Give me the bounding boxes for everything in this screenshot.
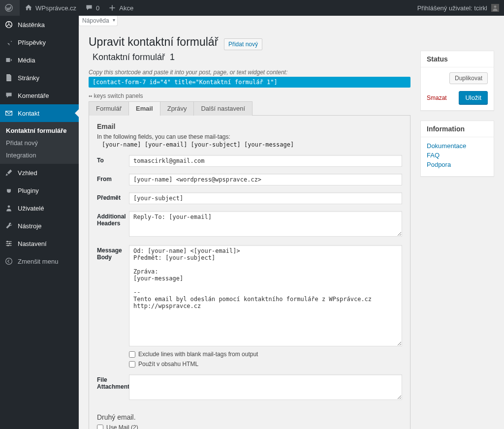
body-input[interactable]	[129, 245, 402, 346]
sidebar-item-label: Kontakt	[18, 110, 39, 117]
sidebar-item-label: Stránky	[18, 74, 39, 82]
dashboard-icon	[4, 20, 14, 30]
page-title: Upravit kontaktní formulář	[89, 31, 218, 51]
panel-tabs: FormulářEmailZprávyDalší nastavení	[89, 101, 410, 116]
subject-input[interactable]	[129, 192, 402, 204]
sidebar-item-label: Pluginy	[18, 187, 39, 194]
mail-tags-hint: In the following fields, you can use the…	[97, 133, 230, 140]
mail-tags-list: [your-name] [your-email] [your-subject] …	[102, 141, 402, 148]
form-title-input[interactable]	[89, 51, 410, 64]
headers-input[interactable]	[129, 211, 402, 237]
svg-point-2	[494, 5, 497, 8]
sidebar-item-label: Nástěnka	[18, 21, 45, 29]
new-content-link[interactable]: Akce	[103, 0, 137, 16]
wp-logo[interactable]	[0, 0, 20, 16]
comments-link[interactable]: 0	[80, 0, 103, 16]
tab-email[interactable]: Email	[128, 101, 160, 116]
info-link[interactable]: Podpora	[427, 161, 488, 168]
comments-count: 0	[96, 4, 99, 12]
email-heading: Email	[97, 123, 402, 130]
sidebar-item-settings[interactable]: Nastavení	[0, 235, 79, 252]
mail2-heading: Druhý email.	[97, 413, 402, 421]
comment-icon	[84, 3, 94, 13]
from-input[interactable]	[129, 174, 402, 185]
email-panel: Email In the following fields, you can u…	[89, 116, 410, 429]
add-new-button[interactable]: Přidat nový	[224, 38, 262, 50]
sidebar-item-tools[interactable]: Nástroje	[0, 217, 79, 235]
tab-zprávy[interactable]: Zprávy	[160, 101, 194, 116]
tab-další-nastavení[interactable]: Další nastavení	[193, 101, 252, 116]
admin-sidebar: NástěnkaPříspěvkyMédiaStránkyKomentářeKo…	[0, 16, 79, 429]
user-icon	[4, 203, 14, 213]
plug-icon	[4, 185, 14, 195]
wordpress-icon	[4, 3, 14, 13]
svg-point-6	[6, 258, 12, 265]
use-html-checkbox[interactable]	[129, 361, 135, 368]
shortcode-display[interactable]: [contact-form-7 id="4" title="Kontaktní …	[89, 77, 410, 88]
submenu-item[interactable]: Integration	[0, 149, 79, 161]
submenu-item[interactable]: Přidat nový	[0, 137, 79, 149]
shortcode-hint: Copy this shortcode and paste it into yo…	[89, 69, 410, 76]
brush-icon	[4, 168, 14, 178]
save-button-side[interactable]: Uložit	[459, 91, 488, 104]
sidebar-item-posts[interactable]: Příspěvky	[0, 33, 79, 51]
headers-label: Additional Headers	[97, 211, 129, 238]
sidebar-item-users[interactable]: Uživatelé	[0, 199, 79, 217]
sidebar-item-dashboard[interactable]: Nástěnka	[0, 16, 79, 33]
new-label: Akce	[119, 4, 133, 12]
sidebar-item-label: Nastavení	[18, 240, 47, 247]
tab-formulář[interactable]: Formulář	[89, 101, 129, 116]
submenu-item[interactable]: Kontaktní formuláře	[0, 124, 79, 137]
body-label: Message Body	[97, 245, 129, 368]
sidebar-item-media[interactable]: Média	[0, 51, 79, 69]
admin-bar: WPsprávce.cz 0 Akce Přihlášený uživatel:…	[0, 0, 504, 16]
information-postbox: Information DokumentaceFAQPodpora	[420, 121, 494, 177]
sidebar-item-appearance[interactable]: Vzhled	[0, 164, 79, 182]
sidebar-item-label: Uživatelé	[18, 205, 44, 212]
attachments-input[interactable]	[129, 374, 402, 400]
panel-switch-hint: ↔ keys switch panels	[89, 92, 410, 99]
sidebar-item-label: Nástroje	[18, 222, 41, 230]
plus-icon	[107, 3, 117, 13]
sidebar-item-pages[interactable]: Stránky	[0, 69, 79, 87]
use-html-label: Použít v obsahu HTML	[138, 361, 198, 368]
media-icon	[4, 55, 14, 65]
to-label: To	[97, 155, 129, 167]
use-mail2-label: Use Mail (2)	[106, 424, 138, 429]
home-icon	[24, 3, 33, 13]
delete-link[interactable]: Smazat	[427, 94, 447, 101]
help-toggle[interactable]: Nápověda	[79, 16, 118, 26]
from-label: From	[97, 174, 129, 185]
attachments-label: File Attachments	[97, 374, 129, 401]
information-title: Information	[421, 121, 494, 137]
info-link[interactable]: FAQ	[427, 152, 488, 159]
svg-point-5	[8, 205, 10, 208]
site-name: WPsprávce.cz	[35, 4, 76, 12]
my-account[interactable]: Přihlášený uživatel: tcirkl	[413, 0, 504, 16]
wrench-icon	[4, 221, 14, 231]
info-link[interactable]: Dokumentace	[427, 142, 488, 150]
collapse-label: Zmenšit menu	[18, 258, 58, 265]
status-postbox: Status Duplikovat Smazat Uložit	[420, 51, 494, 111]
page-icon	[4, 73, 14, 83]
collapse-menu[interactable]: Zmenšit menu	[0, 252, 79, 270]
subject-label: Předmět	[97, 192, 129, 204]
sidebar-item-label: Příspěvky	[18, 39, 46, 46]
to-input[interactable]	[129, 155, 402, 167]
site-name-link[interactable]: WPsprávce.cz	[20, 0, 80, 16]
sidebar-item-contact[interactable]: Kontakt	[0, 104, 79, 122]
exclude-blank-checkbox[interactable]	[129, 351, 135, 358]
sidebar-item-comments[interactable]: Komentáře	[0, 87, 79, 104]
comment-icon	[4, 91, 14, 100]
avatar-icon	[490, 3, 500, 13]
pin-icon	[4, 37, 14, 47]
content: Nápověda Upravit kontaktní formulář Přid…	[79, 16, 504, 429]
sidebar-item-label: Média	[18, 57, 35, 64]
sidebar-item-label: Komentáře	[18, 92, 49, 99]
duplicate-button[interactable]: Duplikovat	[449, 72, 488, 84]
sliders-icon	[4, 239, 14, 248]
sidebar-item-plugins[interactable]: Pluginy	[0, 182, 79, 199]
collapse-icon	[4, 256, 14, 266]
mail-icon	[4, 108, 14, 118]
use-mail2-checkbox[interactable]	[97, 425, 103, 429]
